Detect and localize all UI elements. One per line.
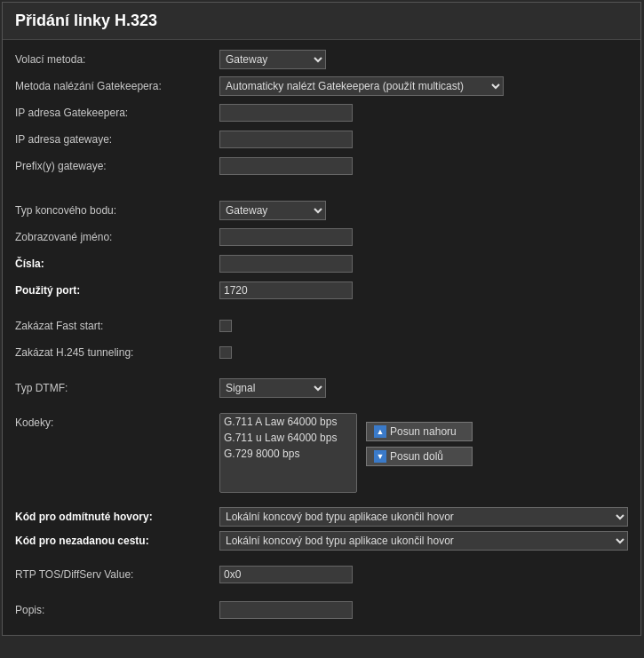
fast-start-checkbox[interactable] [219,320,232,332]
arrow-up-icon: ▲ [374,425,386,438]
codec-option-2[interactable]: G.711 u Law 64000 bps [220,430,356,446]
rtp-label: RTP TOS/DiffServ Value: [15,568,219,581]
metoda-label: Metoda nalézání Gatekeepera: [15,80,219,92]
fast-start-label: Zakázat Fast start: [15,320,219,332]
kod-nezadana-label: Kód pro nezadanou cestu: [15,535,219,547]
port-label: Použitý port: [15,284,219,297]
ip-gatekeeper-input[interactable] [219,104,353,122]
posun-dolu-button[interactable]: ▼ Posun dolů [366,447,473,466]
codecs-buttons: ▲ Posun nahoru ▼ Posun dolů [366,422,473,466]
h245-row: Zakázat H.245 tunneling: [15,342,628,363]
page-title: Přidání linky H.323 [3,3,640,40]
dtmf-row: Typ DTMF: Signal InBand OutBand [15,377,628,399]
zobrazovane-input[interactable] [219,228,353,246]
prefix-row: Prefix(y) gatewaye: [15,155,628,177]
popis-row: Popis: [15,599,628,621]
h245-checkbox[interactable] [219,346,232,359]
ip-gatekeeper-row: IP adresa Gatekeepera: [15,102,628,123]
prefix-label: Prefix(y) gatewaye: [15,160,219,172]
prefix-input[interactable] [219,157,353,175]
posun-dolu-label: Posun dolů [390,450,443,463]
typ-row: Typ koncového bodu: Gateway Terminal [15,200,628,221]
form-body: Volací metoda: Gateway Gatekeeper Metoda… [3,40,640,635]
popis-input[interactable] [219,601,353,619]
popis-label: Popis: [15,604,219,616]
port-row: Použitý port: [15,280,628,301]
rtp-input[interactable] [219,566,353,583]
zobrazovane-label: Zobrazované jméno: [15,231,219,243]
kod-nezadana-row: Kód pro nezadanou cestu: Lokální koncový… [15,531,628,551]
ip-gateway-row: IP adresa gatewaye: [15,129,628,150]
posun-nahoru-label: Posun nahoru [390,425,457,438]
codec-option-1[interactable]: G.711 A Law 64000 bps [220,414,356,430]
kodeky-label: Kodeky: [15,413,219,429]
typ-label: Typ koncového bodu: [15,204,219,217]
volaci-metoda-select[interactable]: Gateway Gatekeeper [219,50,326,69]
ip-gateway-label: IP adresa gatewaye: [15,133,219,146]
metoda-row: Metoda nalézání Gatekeepera: Automaticky… [15,75,628,97]
posun-nahoru-button[interactable]: ▲ Posun nahoru [366,422,473,441]
kodeky-list[interactable]: G.711 A Law 64000 bps G.711 u Law 64000 … [219,413,357,493]
h245-label: Zakázat H.245 tunneling: [15,346,219,359]
kod-odmitnuty-wrapper: Lokální koncový bod typu aplikace ukonči… [219,507,628,527]
rtp-row: RTP TOS/DiffServ Value: [15,564,628,585]
kod-odmitnuty-label: Kód pro odmítnuté hovory: [15,511,219,523]
ip-gateway-input[interactable] [219,131,353,148]
metoda-select[interactable]: Automaticky nalézt Gatekeepera (použít m… [219,76,504,96]
dtmf-select[interactable]: Signal InBand OutBand [219,378,326,398]
fast-start-row: Zakázat Fast start: [15,315,628,337]
dtmf-label: Typ DTMF: [15,382,219,394]
arrow-down-icon: ▼ [374,450,386,463]
page-container: Přidání linky H.323 Volací metoda: Gatew… [2,2,641,636]
volaci-metoda-row: Volací metoda: Gateway Gatekeeper [15,49,628,70]
cisla-label: Čísla: [15,258,219,270]
typ-select[interactable]: Gateway Terminal [219,201,326,220]
cisla-input[interactable] [219,255,353,273]
codec-option-3[interactable]: G.729 8000 bps [220,446,356,462]
kod-odmitnuty-row: Kód pro odmítnuté hovory: Lokální koncov… [15,507,628,527]
kod-odmitnuty-select[interactable]: Lokální koncový bod typu aplikace ukonči… [219,507,628,527]
kod-nezadana-select[interactable]: Lokální koncový bod typu aplikace ukonči… [219,531,628,551]
volaci-metoda-label: Volací metoda: [15,53,219,66]
ip-gatekeeper-label: IP adresa Gatekeepera: [15,107,219,119]
cisla-row: Čísla: [15,253,628,274]
port-input[interactable] [219,281,353,299]
kodeky-area: Kodeky: G.711 A Law 64000 bps G.711 u La… [15,413,628,493]
zobrazovane-row: Zobrazované jméno: [15,226,628,248]
kod-nezadana-wrapper: Lokální koncový bod typu aplikace ukonči… [219,531,628,551]
